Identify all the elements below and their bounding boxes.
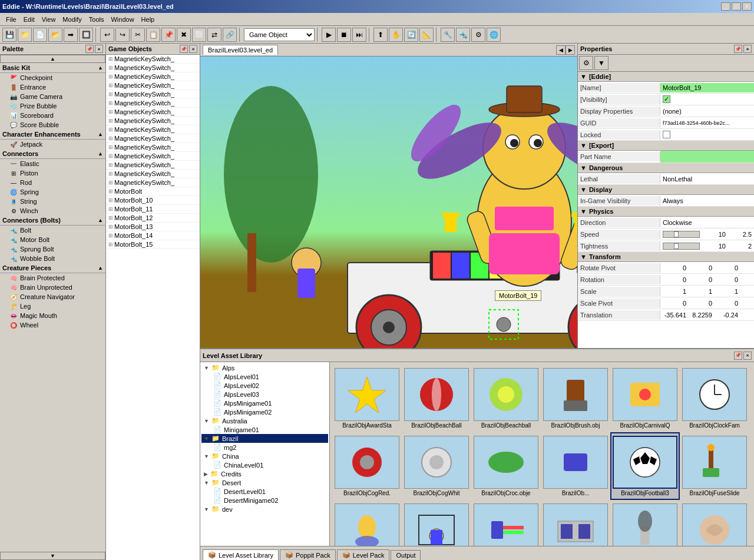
menu-tools[interactable]: Tools: [85, 15, 108, 24]
object-item-motorbolt13[interactable]: ⊞MotorBolt_13: [106, 223, 200, 231]
object-item-motorbolt10[interactable]: ⊞MotorBolt_10: [106, 196, 200, 205]
maximize-button[interactable]: □: [732, 2, 741, 11]
viewport[interactable]: BrazilLevel03.level_ed ◀ ▶ Perspective: [200, 44, 577, 348]
object-item-14[interactable]: ⊞MagneticKeySwitch_: [106, 170, 200, 178]
properties-btn-1[interactable]: ⚙: [579, 56, 593, 70]
tab-level-pack[interactable]: 📦 Level Pack: [337, 549, 390, 560]
palette-item-sprung-bolt[interactable]: 🔩 Sprung Bolt: [0, 244, 105, 254]
viewport-nav-buttons[interactable]: ◀ ▶: [556, 45, 575, 55]
palette-item-piston[interactable]: ⊞ Piston: [0, 168, 105, 178]
menu-window[interactable]: Window: [107, 15, 137, 24]
properties-header-buttons[interactable]: 📌 ×: [734, 45, 752, 53]
tree-mg2[interactable]: 📄 mg2: [201, 443, 328, 452]
toolbar-btn-27[interactable]: ⚙: [471, 28, 485, 42]
game-objects-pin-button[interactable]: 📌: [180, 45, 188, 53]
palette-item-rod[interactable]: — Rod: [0, 178, 105, 187]
toolbar-btn-6[interactable]: 🔲: [79, 28, 93, 42]
tree-desertminigame02[interactable]: 📄 DesertMinigame02: [201, 496, 328, 505]
minimize-button[interactable]: _: [721, 2, 730, 11]
palette-item-motor-bolt[interactable]: 🔩 Motor Bolt: [0, 235, 105, 244]
toolbar-btn-5[interactable]: ➡: [64, 28, 78, 42]
tightness-slider[interactable]: [663, 243, 700, 250]
palette-section-bolts-header[interactable]: Connectors (Bolts) ▲: [0, 216, 105, 226]
palette-item-bolt[interactable]: 🔩 Bolt: [0, 226, 105, 235]
object-item-15[interactable]: ⊞MagneticKeySwitch_: [106, 178, 200, 187]
properties-btn-2[interactable]: ▼: [594, 56, 609, 70]
menu-edit[interactable]: Edit: [20, 15, 38, 24]
tree-credits[interactable]: ▶ 📁 Credits: [201, 469, 328, 478]
game-objects-header-buttons[interactable]: 📌 ×: [180, 45, 197, 53]
eddie-section-header[interactable]: ▼ [Eddie]: [578, 72, 754, 82]
palette-item-checkpoint[interactable]: 🚩 Checkpoint: [0, 73, 105, 82]
game-objects-close-button[interactable]: ×: [189, 45, 197, 53]
tree-alpsminigame01[interactable]: 📄 AlpsMinigame01: [201, 399, 328, 407]
asset-item-croc[interactable]: BrazilObjCroc.obje: [471, 432, 541, 500]
palette-item-spring[interactable]: 🌀 Spring: [0, 187, 105, 197]
object-item-2[interactable]: ⊞MagneticKeySwitch_: [106, 64, 200, 72]
close-button[interactable]: ×: [742, 2, 752, 11]
asset-library-close-button[interactable]: ×: [743, 352, 752, 360]
asset-item-extra[interactable]: BrazilOb...: [541, 432, 610, 500]
tree-alps[interactable]: ▼ 📁 Alps: [201, 363, 328, 372]
palette-item-brain-unprotected[interactable]: 🧠 Brain Unprotected: [0, 283, 105, 292]
viewport-next-button[interactable]: ▶: [566, 45, 575, 55]
palette-item-wheel[interactable]: ⭕ Wheel: [0, 320, 105, 330]
palette-section-basic-kit-header[interactable]: Basic Kit ▲: [0, 63, 105, 73]
tree-china[interactable]: ▼ 📁 China: [201, 452, 328, 460]
object-item-3[interactable]: ⊞MagneticKeySwitch_: [106, 72, 200, 81]
toolbar-btn-26[interactable]: 🔩: [456, 28, 470, 42]
asset-item-cogwhit[interactable]: BrazilObjCogWhit: [402, 432, 471, 500]
save-button[interactable]: 📄: [33, 28, 47, 42]
copy-button[interactable]: 📋: [146, 28, 160, 42]
tab-poppit-pack[interactable]: 📦 Poppit Pack: [280, 549, 336, 560]
creature-collapse[interactable]: ▲: [98, 265, 103, 271]
object-item-motorbolt11[interactable]: ⊞MotorBolt_11: [106, 205, 200, 214]
palette-scroll-up[interactable]: ▲: [0, 55, 105, 63]
palette-item-scoreboard[interactable]: 📊 Scoreboard: [0, 111, 105, 120]
object-item-motorbolt[interactable]: ⊞MotorBolt: [106, 187, 200, 196]
object-item-motorbolt15[interactable]: ⊞MotorBolt_15: [106, 240, 200, 249]
tree-chinalevel01[interactable]: 📄 ChinaLevel01: [201, 460, 328, 469]
palette-item-creature-navigator[interactable]: 🧭 Creature Navigator: [0, 292, 105, 301]
object-item-5[interactable]: ⊞MagneticKeySwitch_: [106, 90, 200, 99]
cut-button[interactable]: ✂: [131, 28, 145, 42]
visibility-checkbox[interactable]: ✓: [663, 95, 670, 103]
palette-item-magic-mouth[interactable]: 👄 Magic Mouth: [0, 311, 105, 320]
palette-item-wobble-bolt[interactable]: 🔩 Wobble Bolt: [0, 254, 105, 263]
export-section-header[interactable]: ▼ [Export]: [578, 141, 754, 151]
object-item-motorbolt14[interactable]: ⊞MotorBolt_14: [106, 231, 200, 240]
physics-section-header[interactable]: ▼ Physics: [578, 207, 754, 217]
palette-section-creature-header[interactable]: Creature Pieces ▲: [0, 263, 105, 273]
object-item-13[interactable]: ⊞MagneticKeySwitch_: [106, 161, 200, 170]
viewport-canvas[interactable]: Perspective: [200, 57, 577, 348]
asset-library-pin-button[interactable]: 📌: [734, 352, 742, 360]
asset-item-fuseslide[interactable]: BrazilObjFuseSlide: [680, 432, 749, 500]
palette-pin-button[interactable]: 📌: [85, 45, 94, 53]
tree-australia[interactable]: ▼ 📁 Australia: [201, 416, 328, 425]
tree-brazil[interactable]: ▼ 📁 Brazil: [201, 434, 328, 443]
object-item-6[interactable]: ⊞MagneticKeySwitch_: [106, 99, 200, 108]
properties-pin-button[interactable]: 📌: [734, 45, 742, 53]
toolbar-btn-25[interactable]: 🔧: [441, 28, 455, 42]
tree-desertlevel01[interactable]: 📄 DesertLevel01: [201, 487, 328, 496]
tree-alpsminigame02[interactable]: 📄 AlpsMinigame02: [201, 407, 328, 416]
redo-button[interactable]: ↪: [115, 28, 130, 42]
toolbar-btn-15[interactable]: 🔗: [223, 28, 237, 42]
tree-alpslevel01[interactable]: 📄 AlpsLevel01: [201, 372, 328, 381]
prop-name-value[interactable]: MotorBolt_19: [660, 83, 754, 92]
palette-item-score-bubble[interactable]: 💬 Score Bubble: [0, 120, 105, 130]
toolbar-btn-18[interactable]: ⏹: [337, 28, 351, 42]
palette-item-prize-bubble[interactable]: 🫧 Prize Bubble: [0, 101, 105, 111]
menu-help[interactable]: Help: [138, 15, 158, 24]
palette-item-game-camera[interactable]: 📷 Game Camera: [0, 92, 105, 101]
display-section-header[interactable]: ▼ Display: [578, 185, 754, 195]
new-button[interactable]: 💾: [2, 28, 16, 42]
title-bar-buttons[interactable]: _ □ ×: [721, 2, 752, 11]
object-item-8[interactable]: ⊞MagneticKeySwitch_: [106, 117, 200, 125]
play-button[interactable]: ▶: [322, 28, 336, 42]
delete-button[interactable]: ✖: [177, 28, 191, 42]
palette-header-buttons[interactable]: 📌 ×: [85, 45, 103, 53]
object-item-9[interactable]: ⊞MagneticKeySwitch_: [106, 125, 200, 134]
toolbar-btn-28[interactable]: 🌐: [487, 28, 501, 42]
paste-button[interactable]: 📌: [161, 28, 176, 42]
